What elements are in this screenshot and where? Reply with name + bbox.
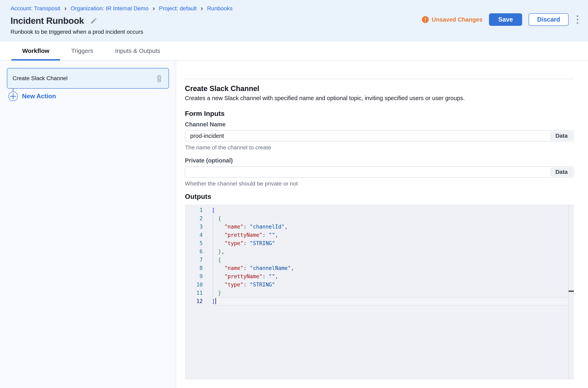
private-field: Data xyxy=(185,166,574,178)
line-number: 10 xyxy=(185,281,212,289)
channel-name-label: Channel Name xyxy=(185,121,588,128)
code-line-10[interactable]: 10 "type": "STRING" xyxy=(185,281,568,289)
private-input[interactable] xyxy=(185,166,574,178)
tab-workflow[interactable]: Workflow xyxy=(11,42,60,60)
channel-name-field: Data xyxy=(185,130,574,142)
save-button[interactable]: Save xyxy=(489,13,522,26)
code-line-1[interactable]: 1[ xyxy=(185,206,568,214)
outputs-code-editor[interactable]: 1[2 {3 "name": "channelId",4 "prettyName… xyxy=(185,204,574,380)
channel-name-data-button[interactable]: Data xyxy=(550,131,573,141)
form-inputs-heading: Form Inputs xyxy=(185,110,588,118)
discard-button[interactable]: Discard xyxy=(529,13,569,26)
ruler-cursor-marker xyxy=(569,291,574,292)
code-text: "name": "channelName", xyxy=(212,264,568,272)
workflow-sidebar: Create Slack Channel New Action xyxy=(0,61,176,388)
action-card-create-slack-channel[interactable]: Create Slack Channel xyxy=(7,68,169,89)
code-text: "prettyName": "", xyxy=(212,231,568,239)
breadcrumb-project-link[interactable]: Project: default xyxy=(159,5,197,12)
outputs-heading: Outputs xyxy=(185,193,588,200)
chevron-right-icon: › xyxy=(153,5,155,11)
line-number: 3 xyxy=(185,223,212,231)
code-line-6[interactable]: 6 }, xyxy=(185,247,568,256)
tab-triggers-label: Triggers xyxy=(71,48,93,54)
edit-title-icon[interactable] xyxy=(90,17,97,24)
line-number: 4 xyxy=(185,231,212,239)
action-card-label: Create Slack Channel xyxy=(13,75,67,82)
title-row: Incident Runbook xyxy=(10,16,233,26)
code-text: { xyxy=(212,214,568,223)
alert-icon: ! xyxy=(422,16,429,23)
tab-bar: Workflow Triggers Inputs & Outputs xyxy=(0,42,588,61)
code-line-3[interactable]: 3 "name": "channelId", xyxy=(185,223,568,231)
workflow-connector-line xyxy=(13,89,13,92)
line-number: 2 xyxy=(185,214,212,223)
header-actions: ! Unsaved Changes Save Discard xyxy=(422,13,580,26)
code-line-12[interactable]: 12] xyxy=(185,297,568,305)
code-line-2[interactable]: 2 { xyxy=(185,214,568,223)
page-subtitle: Runbook to be triggered when a prod inci… xyxy=(10,29,233,35)
new-action-button[interactable]: New Action xyxy=(8,92,169,101)
line-number: 8 xyxy=(185,264,212,272)
private-helper: Whether the channel should be private or… xyxy=(185,180,588,187)
code-line-7[interactable]: 7 { xyxy=(185,256,568,264)
page-title: Incident Runbook xyxy=(10,16,84,26)
private-data-button[interactable]: Data xyxy=(550,167,573,177)
header-left: Account: Transposit › Organization: IR I… xyxy=(10,5,233,42)
chevron-right-icon: › xyxy=(64,5,66,11)
line-number: 1 xyxy=(185,206,212,214)
private-label: Private (optional) xyxy=(185,157,588,164)
delete-action-icon[interactable] xyxy=(155,74,163,83)
code-line-5[interactable]: 5 "type": "STRING" xyxy=(185,239,568,247)
code-text: "type": "STRING" xyxy=(212,281,568,289)
code-text: "type": "STRING" xyxy=(212,239,568,247)
code-text: } xyxy=(212,289,568,297)
unsaved-changes-label: Unsaved Changes xyxy=(432,16,482,23)
breadcrumb-organization-link[interactable]: Organization: IR Internal Demo xyxy=(71,5,149,12)
code-line-11[interactable]: 11 } xyxy=(185,289,568,297)
code-line-4[interactable]: 4 "prettyName": "", xyxy=(185,231,568,239)
text-cursor xyxy=(215,298,216,304)
new-action-label: New Action xyxy=(22,93,56,100)
page-header: Account: Transposit › Organization: IR I… xyxy=(0,0,588,42)
breadcrumb: Account: Transposit › Organization: IR I… xyxy=(10,5,233,12)
code-text: }, xyxy=(212,247,568,256)
line-number: 11 xyxy=(185,289,212,297)
section-divider xyxy=(185,79,574,79)
line-number: 7 xyxy=(185,256,212,264)
editor-overview-ruler[interactable] xyxy=(568,204,574,380)
channel-name-input[interactable] xyxy=(185,130,574,142)
breadcrumb-account-link[interactable]: Account: Transposit xyxy=(10,5,60,12)
line-number: 12 xyxy=(185,297,212,305)
tab-workflow-label: Workflow xyxy=(22,48,49,54)
tab-triggers[interactable]: Triggers xyxy=(60,42,104,60)
code-text: { xyxy=(212,256,568,264)
tab-inputs-outputs[interactable]: Inputs & Outputs xyxy=(104,42,171,60)
code-text: "prettyName": "", xyxy=(212,272,568,281)
code-text: ] xyxy=(212,297,568,305)
plus-icon xyxy=(8,92,18,101)
content-area: Create Slack Channel New Action xyxy=(0,61,588,388)
line-number: 9 xyxy=(185,272,212,281)
code-line-9[interactable]: 9 "prettyName": "", xyxy=(185,272,568,281)
code-line-8[interactable]: 8 "name": "channelName", xyxy=(185,264,568,272)
indent-guide-line xyxy=(213,214,213,297)
tab-inputs-outputs-label: Inputs & Outputs xyxy=(115,48,160,54)
line-number: 6 xyxy=(185,247,212,256)
code-lines: 1[2 {3 "name": "channelId",4 "prettyName… xyxy=(185,206,568,305)
channel-name-helper: The name of the channel to create xyxy=(185,144,588,151)
line-number: 5 xyxy=(185,239,212,247)
chevron-right-icon: › xyxy=(201,5,203,11)
code-text: [ xyxy=(212,206,568,214)
breadcrumb-runbooks-link[interactable]: Runbooks xyxy=(207,5,233,12)
kebab-menu-icon[interactable] xyxy=(575,14,580,25)
action-detail-panel: Create Slack Channel Creates a new Slack… xyxy=(176,61,588,388)
action-heading: Create Slack Channel xyxy=(185,84,588,93)
code-text: "name": "channelId", xyxy=(212,223,568,231)
action-description: Creates a new Slack channel with specifi… xyxy=(185,95,588,101)
unsaved-changes-badge: ! Unsaved Changes xyxy=(422,16,482,23)
